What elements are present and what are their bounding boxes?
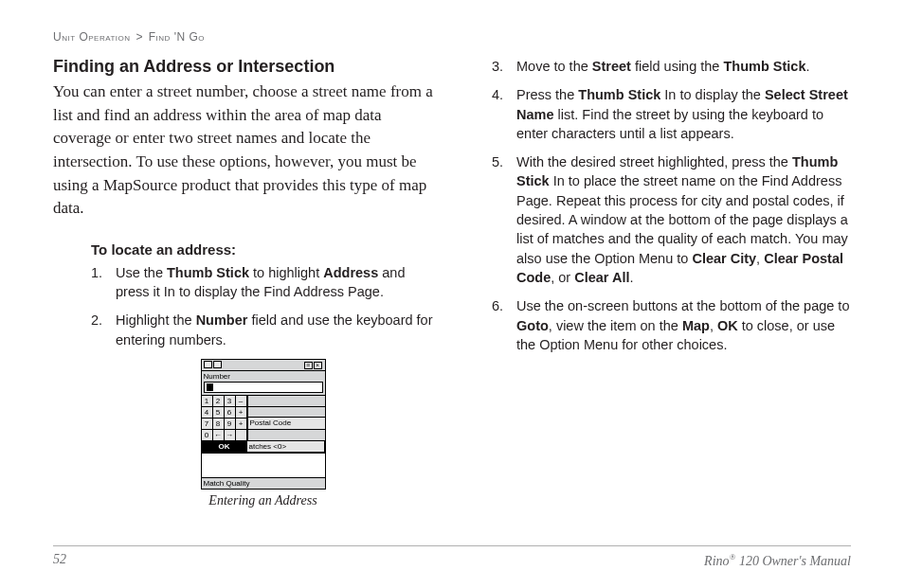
key: 4 xyxy=(202,407,213,419)
key: 5 xyxy=(213,407,225,419)
step-5: 5. With the desired street highlighted, … xyxy=(492,152,851,287)
step-text: Highlight the Number field and use the k… xyxy=(116,312,433,347)
intro-paragraph: You can enter a street number, choose a … xyxy=(53,80,435,221)
breadcrumb: Unit Operation > Find 'N Go xyxy=(53,30,851,44)
step-2: 2. Highlight the Number field and use th… xyxy=(91,311,435,349)
page-footer: 52 Rino® 120 Owner's Manual xyxy=(53,545,851,569)
device-screen: ≡× Number 1 2 3 – 4 5 6 + 7 8 xyxy=(201,359,326,490)
step-6: 6. Use the on-screen buttons at the bott… xyxy=(492,296,851,354)
device-topbar: ≡× xyxy=(202,360,325,371)
device-blank-area xyxy=(202,453,325,477)
side-row xyxy=(248,396,325,407)
manual-title: Rino® 120 Owner's Manual xyxy=(704,552,851,569)
step-number: 2. xyxy=(91,311,102,330)
device-ok-row: OK atches <0> xyxy=(202,441,325,453)
figure: ≡× Number 1 2 3 – 4 5 6 + 7 8 xyxy=(91,359,435,508)
cursor-icon xyxy=(207,383,213,391)
section-title: Finding an Address or Intersection xyxy=(53,57,435,77)
step-3: 3. Move to the Street field using the Th… xyxy=(492,57,851,76)
key: 6 xyxy=(225,407,236,419)
steps-left: 1. Use the Thumb Stick to highlight Addr… xyxy=(53,263,435,349)
keypad-side: Postal Code xyxy=(248,396,325,441)
left-column: Finding an Address or Intersection You c… xyxy=(53,57,435,508)
key: 1 xyxy=(202,396,213,407)
key: 3 xyxy=(225,396,236,407)
side-row xyxy=(248,407,325,419)
figure-caption: Entering an Address xyxy=(91,493,435,508)
step-number: 6. xyxy=(492,296,503,315)
keypad-grid: 1 2 3 – 4 5 6 + 7 8 9 + 0 ← → xyxy=(202,396,248,441)
key: + xyxy=(236,419,247,430)
key: → xyxy=(225,430,236,441)
key: ← xyxy=(213,430,225,441)
ok-button: OK xyxy=(202,441,247,453)
step-text: Use the Thumb Stick to highlight Address… xyxy=(116,265,405,299)
sub-heading: To locate an address: xyxy=(91,241,435,258)
side-row: Postal Code xyxy=(248,418,325,430)
step-text: Move to the Street field using the Thumb… xyxy=(516,59,810,74)
pencil-icon xyxy=(204,361,212,368)
step-number: 4. xyxy=(492,85,503,104)
abc-icon xyxy=(213,361,222,368)
step-text: Use the on-screen buttons at the bottom … xyxy=(516,298,849,352)
step-number: 3. xyxy=(492,57,503,76)
key: + xyxy=(236,407,247,419)
breadcrumb-b: Find 'N Go xyxy=(149,30,205,44)
step-1: 1. Use the Thumb Stick to highlight Addr… xyxy=(91,263,435,302)
topbar-icons-right: ≡× xyxy=(304,361,323,369)
key: 0 xyxy=(202,430,213,441)
step-number: 1. xyxy=(91,263,102,282)
step-4: 4. Press the Thumb Stick In to display t… xyxy=(492,85,851,143)
device-input xyxy=(204,382,323,393)
topbar-icons-left xyxy=(204,361,223,370)
content-columns: Finding an Address or Intersection You c… xyxy=(53,57,851,508)
device-footer: Match Quality xyxy=(202,477,325,489)
device-keypad: 1 2 3 – 4 5 6 + 7 8 9 + 0 ← → xyxy=(202,395,325,441)
step-number: 5. xyxy=(492,152,503,171)
device-field-label: Number xyxy=(202,371,325,381)
matches-label: atches <0> xyxy=(247,441,325,453)
key: 8 xyxy=(213,419,225,430)
key xyxy=(236,430,247,441)
side-row xyxy=(248,430,325,441)
breadcrumb-sep: > xyxy=(136,30,143,44)
page-number: 52 xyxy=(53,552,66,569)
step-text: Press the Thumb Stick In to display the … xyxy=(516,87,848,141)
key: – xyxy=(236,396,247,407)
key: 9 xyxy=(225,419,236,430)
steps-right: 3. Move to the Street field using the Th… xyxy=(469,57,851,354)
key: 2 xyxy=(213,396,225,407)
right-column: 3. Move to the Street field using the Th… xyxy=(469,57,851,508)
key: 7 xyxy=(202,419,213,430)
step-text: With the desired street highlighted, pre… xyxy=(516,154,848,285)
menu-icon: ≡ xyxy=(304,362,313,369)
breadcrumb-a: Unit Operation xyxy=(53,30,131,44)
close-icon: × xyxy=(314,362,322,369)
